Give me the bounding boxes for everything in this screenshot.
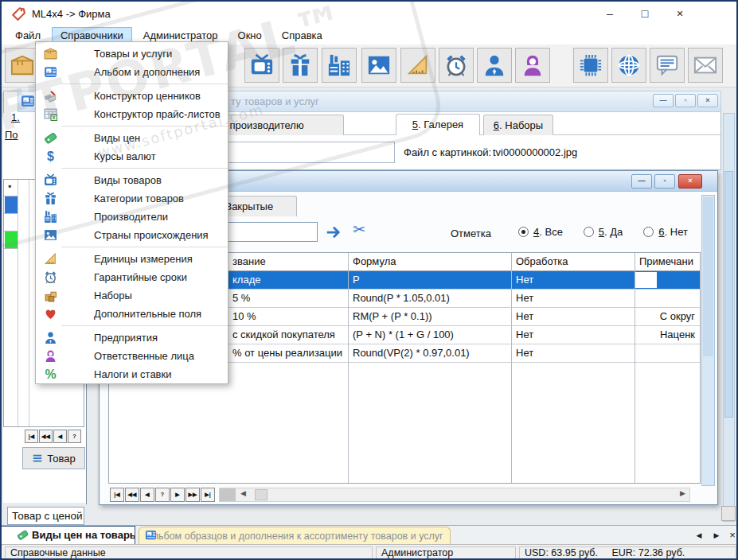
menubar-item-help[interactable]: Справка — [273, 27, 331, 44]
toolbar-button-mail[interactable] — [688, 48, 723, 83]
go-arrow-icon[interactable] — [325, 224, 342, 241]
mark-radio-2[interactable]: 5. Да — [584, 226, 623, 238]
note-cell[interactable]: Наценк — [635, 326, 700, 344]
menu-item-sets[interactable]: Наборы — [36, 286, 228, 305]
grid-cell-blue[interactable] — [5, 196, 18, 213]
nav-button[interactable]: |◀ — [25, 430, 38, 443]
tab-close-button[interactable]: × — [726, 529, 738, 542]
tovar-price-combo[interactable]: Товар с ценой — [7, 507, 84, 525]
toolbar-button-product-categories[interactable] — [283, 48, 318, 83]
menu-item-manufacturers[interactable]: Производители — [36, 208, 228, 226]
nav-button[interactable]: ◀◀ — [39, 430, 53, 443]
menu-item-price-tag-constructor[interactable]: Конструктор ценников — [36, 87, 228, 105]
references-dropdown-menu: Товары и услугиАльбом и дополненияКонстр… — [35, 41, 228, 384]
column-header[interactable]: Обработка — [511, 253, 635, 270]
menu-item-countries-of-origin[interactable]: Страны происхождения — [36, 226, 228, 244]
column-header[interactable]: Примечани — [635, 253, 700, 270]
album-close-button[interactable]: × — [697, 94, 718, 107]
formula-cell[interactable]: (P + N) * (1 + G / 100) — [348, 326, 511, 344]
formula-cell[interactable]: Round(VP(2) * 0.97,0.01) — [348, 344, 511, 362]
menu-item-currency-rates[interactable]: $Курсы валют — [36, 147, 228, 165]
scroll-thumb[interactable] — [255, 489, 267, 500]
toolbar-button-manufacturers[interactable] — [322, 48, 357, 83]
menu-item-product-categories[interactable]: Категории товаров — [36, 189, 228, 208]
menu-item-enterprises[interactable]: Предприятия — [36, 329, 228, 347]
note-edit-box[interactable] — [635, 272, 657, 288]
nav-button[interactable]: ▶| — [201, 488, 215, 502]
nav-button[interactable]: ? — [68, 430, 81, 443]
menu-item-responsible-persons[interactable]: Ответственные лица — [36, 347, 228, 365]
menu-item-price-kinds[interactable]: Виды цен — [36, 129, 228, 147]
note-cell[interactable]: С округ — [635, 308, 700, 325]
toolbar-button-internet[interactable] — [611, 48, 646, 83]
menu-item-units-of-measure[interactable]: Единицы измерения — [36, 250, 228, 268]
scroll-thumb[interactable] — [703, 197, 713, 356]
toolbar-button-countries-of-origin[interactable] — [361, 48, 396, 83]
left-pane-tab-1[interactable]: 1. — [11, 111, 20, 123]
formula-cell[interactable]: P — [348, 271, 511, 289]
tovar-menu-button[interactable]: Товар — [22, 447, 85, 469]
menu-item-warranty-periods[interactable]: Гарантийные сроки — [36, 268, 228, 286]
nav-button[interactable]: ◀ — [53, 430, 67, 443]
menu-item-album-and-additions[interactable]: Альбом и дополнения — [36, 63, 228, 81]
note-cell[interactable] — [635, 344, 700, 362]
nav-button[interactable]: ? — [155, 488, 170, 502]
nav-button[interactable]: |◀ — [110, 488, 124, 502]
nav-button[interactable]: ▶▶ — [185, 488, 200, 502]
grid-cell-green[interactable] — [5, 231, 18, 248]
left-pane-link-po[interactable]: По — [5, 129, 18, 141]
album-minimize-button[interactable]: — — [653, 94, 674, 107]
toolbar-button-product-kinds[interactable] — [244, 48, 279, 83]
album-restore-button[interactable]: ▫ — [675, 94, 696, 107]
tab-gallery[interactable]: 5. Галерея — [396, 114, 480, 135]
outer-vertical-scrollbar[interactable] — [723, 113, 735, 522]
nav-button[interactable]: ▶ — [170, 488, 185, 502]
picture-icon — [367, 53, 391, 77]
nav-button[interactable]: ◀ — [140, 488, 154, 502]
mark-radio-3[interactable]: 6. Нет — [643, 226, 688, 238]
scroll-left-icon[interactable]: ◀ — [240, 489, 246, 497]
formula-cell[interactable]: RM(P + (P * 0.1)) — [348, 308, 511, 325]
processing-cell[interactable]: Нет — [511, 290, 635, 307]
mark-radio-1[interactable]: 4. Все — [518, 226, 563, 238]
price-close-button[interactable]: × — [678, 174, 702, 189]
radio-circle-icon[interactable] — [643, 227, 654, 237]
processing-cell[interactable]: Нет — [511, 308, 635, 325]
price-restore-button[interactable]: ▫ — [654, 174, 675, 189]
menu-item-additional-fields[interactable]: Дополнительные поля — [36, 305, 228, 323]
scroll-thumb[interactable] — [724, 171, 733, 418]
menu-item-taxes-and-rates[interactable]: %Налоги и ставки — [36, 365, 228, 383]
nav-button[interactable]: ◀◀ — [125, 488, 139, 502]
tab-sets[interactable]: 6. Наборы — [483, 115, 553, 135]
radio-circle-icon[interactable] — [584, 227, 594, 237]
toolbar-button-warranty-periods[interactable] — [439, 48, 474, 83]
toolbar-button-units-of-measure[interactable] — [400, 48, 435, 83]
tab-next-button[interactable]: ▶ — [710, 529, 723, 542]
minimize-button[interactable]: – — [592, 2, 627, 25]
menu-item-goods-and-services[interactable]: Товары и услуги — [36, 45, 228, 63]
toolbar-button-enterprises[interactable] — [477, 48, 512, 83]
mdi-tab-album[interactable]: Альбом образцов и дополнения к ассортиме… — [139, 527, 451, 545]
menu-item-product-kinds[interactable]: Виды товаров — [36, 171, 228, 189]
column-header[interactable]: Формула — [348, 253, 511, 270]
radio-circle-icon[interactable] — [518, 227, 529, 237]
tab-prev-button[interactable]: ◀ — [693, 529, 705, 542]
note-cell[interactable] — [635, 290, 700, 307]
scroll-right-icon[interactable]: ▶ — [680, 489, 685, 497]
toolbar-button-messages[interactable] — [650, 48, 685, 83]
processing-cell[interactable]: Нет — [511, 326, 635, 344]
vertical-scrollbar[interactable] — [701, 195, 715, 486]
scrollbar-corner-box[interactable] — [721, 506, 736, 521]
close-button[interactable]: × — [662, 2, 697, 25]
processing-cell[interactable]: Нет — [511, 344, 635, 362]
formula-cell[interactable]: Round(P * 1.05,0.01) — [348, 290, 511, 307]
toolbar-button-responsible-persons[interactable] — [515, 48, 550, 83]
maximize-button[interactable]: □ — [627, 2, 662, 25]
toolbar-button-hardware[interactable] — [573, 48, 608, 83]
menubar-item-window[interactable]: Окно — [229, 27, 271, 44]
processing-cell[interactable]: Нет — [511, 271, 635, 289]
menu-item-price-list-constructor[interactable]: xКонструктор прайс-листов — [36, 105, 228, 123]
price-minimize-button[interactable]: — — [631, 174, 652, 189]
scissors-icon[interactable]: ✂ — [353, 220, 365, 239]
horizontal-scrollbar[interactable]: ◀ ▶ — [219, 488, 690, 502]
